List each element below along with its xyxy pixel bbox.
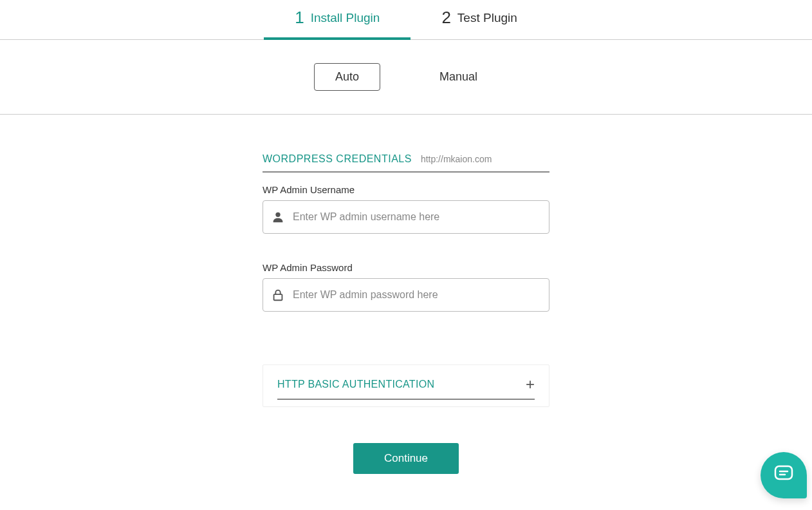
mode-toggle: Auto Manual [0, 40, 812, 115]
plus-icon: + [526, 377, 535, 392]
mode-manual-button[interactable]: Manual [419, 64, 498, 90]
lock-icon [271, 288, 285, 302]
chat-widget-button[interactable] [761, 452, 807, 498]
credentials-url: http://mkaion.com [421, 154, 492, 164]
continue-wrap: Continue [263, 443, 549, 474]
mode-auto-button[interactable]: Auto [314, 63, 380, 91]
step-label-test: Test Plugin [457, 11, 517, 25]
password-input[interactable] [293, 289, 541, 301]
step-label-install: Install Plugin [311, 11, 380, 25]
svg-rect-2 [775, 466, 792, 479]
form-container: WORDPRESS CREDENTIALS http://mkaion.com … [263, 153, 549, 474]
continue-button[interactable]: Continue [353, 443, 459, 474]
step-test-plugin[interactable]: 2 Test Plugin [411, 0, 548, 39]
username-input[interactable] [293, 211, 541, 223]
http-basic-auth-section: HTTP BASIC AUTHENTICATION + [263, 364, 549, 407]
step-nav: 1 Install Plugin 2 Test Plugin [0, 0, 812, 40]
user-icon [271, 210, 285, 224]
step-install-plugin[interactable]: 1 Install Plugin [264, 0, 411, 39]
http-basic-auth-toggle[interactable]: HTTP BASIC AUTHENTICATION + [263, 365, 549, 406]
username-label: WP Admin Username [263, 184, 549, 195]
username-input-wrapper[interactable] [263, 200, 549, 234]
chat-icon [774, 465, 793, 486]
svg-rect-1 [274, 294, 282, 300]
step-number-1: 1 [295, 8, 304, 28]
password-input-wrapper[interactable] [263, 278, 549, 312]
svg-point-0 [275, 212, 280, 217]
credentials-header: WORDPRESS CREDENTIALS http://mkaion.com [263, 153, 549, 173]
http-basic-auth-title: HTTP BASIC AUTHENTICATION [277, 379, 434, 390]
credentials-title: WORDPRESS CREDENTIALS [263, 153, 412, 165]
step-number-2: 2 [441, 8, 450, 28]
password-label: WP Admin Password [263, 262, 549, 273]
